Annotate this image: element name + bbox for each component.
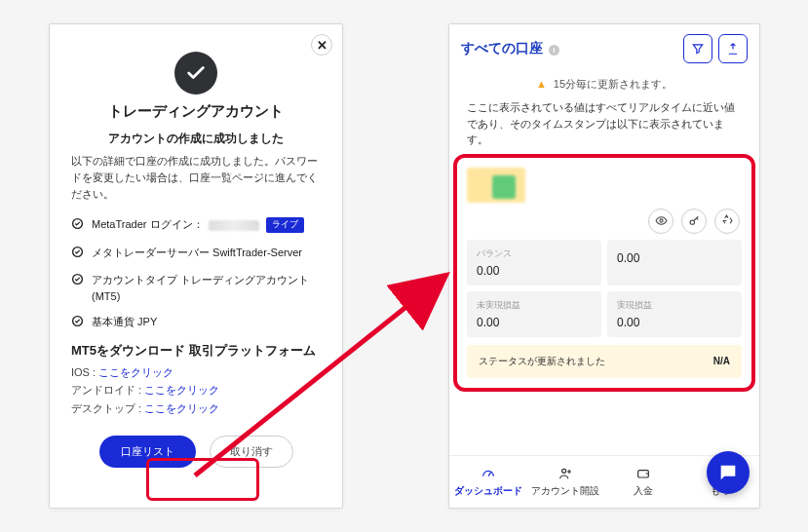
check-icon	[71, 245, 85, 263]
stat-unrealized: 未実現損益 0.00	[467, 291, 601, 337]
realtime-explain: ここに表示されている値はすべてリアルタイムに近い値であり、そのタイムスタンプは以…	[449, 95, 759, 156]
view-icon[interactable]	[648, 209, 673, 234]
detail-server: メタトレーダーサーバー SwiftTrader-Server	[71, 245, 321, 263]
modal-description: 以下の詳細で口座の作成に成功しました。パスワードを変更したい場合は、口座一覧ペー…	[71, 153, 321, 203]
svg-point-5	[690, 220, 694, 224]
live-badge: ライブ	[266, 217, 304, 233]
login-value-redacted	[209, 220, 259, 231]
download-desktop: デスクトップ : ここをクリック	[71, 399, 321, 418]
download-android: アンドロイド : ここをクリック	[71, 381, 321, 399]
svg-point-4	[659, 219, 662, 222]
stat-realized: 実現損益 0.00	[607, 291, 742, 337]
nav-open-account[interactable]: アカウント開設	[527, 462, 605, 502]
detail-base-currency: 基本通貨 JPY	[71, 314, 321, 332]
info-icon[interactable]: i	[549, 45, 559, 56]
page-title: すべての口座 i	[461, 40, 559, 57]
accounts-panel: すべての口座 i ▲ 15分毎に更新されます。 ここに表示されている値はすべてリ…	[448, 23, 760, 509]
chat-fab[interactable]	[707, 451, 750, 494]
nav-deposit[interactable]: 入金	[604, 462, 682, 502]
download-desktop-link[interactable]: ここをクリック	[144, 402, 219, 414]
filter-button[interactable]	[683, 34, 712, 63]
recycle-icon[interactable]	[714, 209, 740, 234]
success-check-icon	[174, 52, 217, 95]
gauge-icon	[479, 466, 498, 481]
key-icon[interactable]	[681, 209, 707, 234]
account-created-modal: ✕ トレーディングアカウント アカウントの作成に成功しました 以下の詳細で口座の…	[49, 23, 343, 509]
account-card: バランス 0.00 0.00 未実現損益 0.00 実現損益 0.00 ステータ…	[459, 160, 750, 386]
check-icon	[71, 216, 85, 235]
download-ios-link[interactable]: ここをクリック	[98, 366, 173, 378]
user-plus-icon	[556, 466, 575, 481]
modal-subtitle: アカウントの作成に成功しました	[71, 131, 321, 147]
status-value: N/A	[713, 356, 730, 366]
detail-login: MetaTrader ログイン： ライブ	[71, 216, 321, 235]
account-thumbnail	[467, 168, 525, 203]
download-android-link[interactable]: ここをクリック	[144, 384, 219, 396]
refresh-note: ▲ 15分毎に更新されます。	[449, 73, 759, 95]
warning-icon: ▲	[536, 78, 547, 90]
account-list-button[interactable]: 口座リスト	[99, 436, 196, 468]
check-icon	[71, 314, 85, 332]
login-label: MetaTrader ログイン：	[92, 218, 204, 230]
download-ios: IOS : ここをクリック	[71, 363, 321, 382]
cancel-button[interactable]: 取り消す	[210, 436, 293, 468]
modal-title: トレーディングアカウント	[71, 102, 321, 121]
svg-point-6	[562, 469, 566, 473]
export-button[interactable]	[718, 34, 748, 63]
detail-account-type: アカウントタイプ トレーディングアカウント (MT5)	[71, 272, 321, 304]
close-icon[interactable]: ✕	[311, 34, 332, 56]
status-row: ステータスが更新されました N/A	[467, 345, 742, 378]
download-heading: MT5をダウンロード 取引プラットフォーム	[71, 342, 321, 360]
check-icon	[71, 272, 85, 290]
wallet-icon	[634, 466, 653, 481]
stat-blank: 0.00	[607, 240, 742, 285]
nav-dashboard[interactable]: ダッシュボード	[449, 462, 527, 502]
stat-balance: バランス 0.00	[467, 240, 601, 285]
